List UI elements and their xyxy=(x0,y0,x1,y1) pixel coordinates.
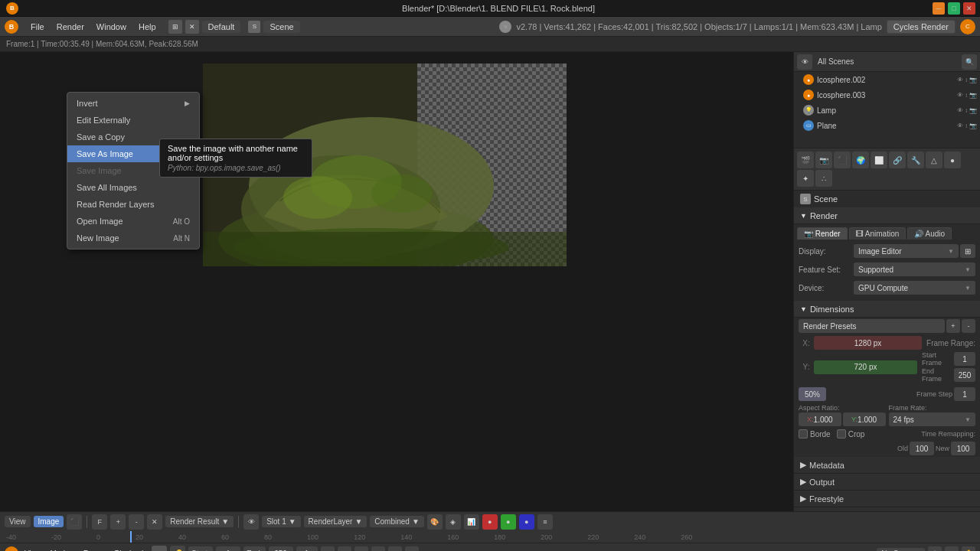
aspect-x-field[interactable]: X: 1.000 xyxy=(799,412,841,426)
frame-step-field[interactable]: 1 xyxy=(954,387,975,401)
vb-toggle-icon[interactable]: ◈ xyxy=(446,514,461,530)
tc-end-field[interactable]: 250 xyxy=(269,546,293,551)
close-button[interactable]: ✕ xyxy=(963,2,975,15)
menu-help[interactable]: Help xyxy=(132,21,162,33)
vb-render-btn-red[interactable]: ● xyxy=(482,514,498,530)
dimensions-section-header[interactable]: ▼ Dimensions xyxy=(794,301,980,318)
tc-jump-start[interactable]: ⏮ xyxy=(321,546,335,551)
render-icon-3[interactable]: 📷 xyxy=(969,107,977,114)
vis-icon-4[interactable]: 👁 xyxy=(957,122,963,129)
output-section[interactable]: ▶ Output xyxy=(794,474,980,491)
prop-world-icon[interactable]: 🌍 xyxy=(852,152,869,168)
vb-icon-2[interactable]: F xyxy=(92,514,107,530)
res-x-field[interactable]: 1280 px xyxy=(814,336,922,350)
prop-layer-icon[interactable]: ⬛ xyxy=(834,152,851,168)
render-section-header[interactable]: ▼ Render xyxy=(794,207,980,224)
outliner-plane[interactable]: ▭ Plane 👁 ↕ 📷 xyxy=(794,118,980,133)
scene-dropdown[interactable]: Scene xyxy=(263,21,299,33)
prop-constraint-icon[interactable]: 🔗 xyxy=(889,152,906,168)
layout-btn-1[interactable]: ⊞ xyxy=(168,20,182,34)
vb-view[interactable]: View xyxy=(5,516,31,527)
menu-render[interactable]: Render xyxy=(51,21,90,33)
tc-extra[interactable]: ⊞ xyxy=(945,546,959,551)
prop-render-icon[interactable]: 📷 xyxy=(815,152,832,168)
start-frame-field[interactable]: 1 xyxy=(954,352,975,366)
prop-texture-icon[interactable]: ✦ xyxy=(797,170,814,187)
sel-icon-4[interactable]: ↕ xyxy=(965,122,968,129)
vb-icon-5[interactable]: ✕ xyxy=(147,514,162,530)
time-new-field[interactable]: 100 xyxy=(951,442,975,455)
tc-start-field[interactable]: 1 xyxy=(216,546,240,551)
tc-record-btn[interactable]: ⏺ xyxy=(152,546,167,551)
vb-icon-4[interactable]: - xyxy=(129,514,144,530)
prop-data-icon[interactable]: △ xyxy=(926,152,942,168)
prop-particle-icon[interactable]: ∴ xyxy=(815,170,832,187)
end-frame-field[interactable]: 250 xyxy=(954,368,975,382)
vb-channels-icon[interactable]: 🎨 xyxy=(427,514,443,530)
ctx-new-image[interactable]: New Image Alt N xyxy=(67,230,199,246)
vb-render-layer[interactable]: RenderLayer ▼ xyxy=(304,516,368,527)
display-ext-btn[interactable]: ⊞ xyxy=(960,244,975,258)
viewport[interactable]: Invert ▶ Edit Externally Save a Copy Sav… xyxy=(0,52,793,511)
prop-material-icon[interactable]: ● xyxy=(944,152,961,168)
tc-no-sync[interactable]: No Sync ▼ xyxy=(877,548,925,552)
ctx-edit-externally[interactable]: Edit Externally xyxy=(67,112,199,129)
menu-file[interactable]: File xyxy=(24,21,51,33)
res-y-field[interactable]: 720 px xyxy=(814,360,917,374)
vis-icon-3[interactable]: 👁 xyxy=(957,107,963,114)
border-cb[interactable] xyxy=(799,429,808,439)
ctx-save-all-images[interactable]: Save All Images xyxy=(67,179,199,196)
vb-render-result[interactable]: Render Result ▼ xyxy=(165,516,234,527)
prop-object-icon[interactable]: ⬜ xyxy=(871,152,887,168)
pct-field[interactable]: 50% xyxy=(799,387,826,401)
vb-view-icon[interactable]: 👁 xyxy=(243,514,259,530)
render-presets-field[interactable]: Render Presets xyxy=(799,319,945,333)
sampling-section[interactable]: ▶ Sampling xyxy=(794,507,980,511)
sel-icon-2[interactable]: ↕ xyxy=(965,92,968,99)
vb-render-btn-blue[interactable]: ● xyxy=(519,514,534,530)
tc-play[interactable]: ▶ xyxy=(371,546,385,551)
vb-combined[interactable]: Combined ▼ xyxy=(370,516,424,527)
sel-icon-1[interactable]: ↕ xyxy=(965,77,968,83)
tc-keyframe-btn[interactable]: 🔑 xyxy=(170,546,185,551)
vb-icon-1[interactable]: ⬛ xyxy=(67,514,82,530)
vb-render-btn-green[interactable]: ● xyxy=(501,514,516,530)
engine-dropdown[interactable]: Cycles Render xyxy=(887,20,956,34)
display-value[interactable]: Image Editor ▼ xyxy=(854,244,959,258)
render-icon-2[interactable]: 📷 xyxy=(969,92,977,99)
time-old-field[interactable]: 100 xyxy=(910,442,934,455)
presets-remove-btn[interactable]: - xyxy=(962,319,975,333)
outliner-lamp[interactable]: 💡 Lamp 👁 ↕ 📷 xyxy=(794,103,980,118)
tc-next-frame[interactable]: ▶ xyxy=(388,546,402,551)
vb-render-btn-alpha[interactable]: ≡ xyxy=(537,514,553,530)
vis-icon-1[interactable]: 👁 xyxy=(957,77,963,83)
layout-dropdown[interactable]: Default xyxy=(202,21,241,33)
maximize-button[interactable]: □ xyxy=(948,2,960,15)
aspect-y-field[interactable]: Y: 1.000 xyxy=(843,412,886,426)
ctx-invert[interactable]: Invert ▶ xyxy=(67,95,199,112)
menu-window[interactable]: Window xyxy=(90,21,132,33)
tc-jump-end[interactable]: ⏭ xyxy=(405,546,419,551)
vb-icon-3[interactable]: + xyxy=(110,514,126,530)
vb-slot[interactable]: Slot 1 ▼ xyxy=(262,516,300,527)
framerate-value[interactable]: 24 fps ▼ xyxy=(889,412,976,426)
crop-cb[interactable] xyxy=(837,429,846,439)
ctx-open-image[interactable]: Open Image Alt O xyxy=(67,213,199,230)
outliner-icosphere002[interactable]: ● Icosphere.002 👁 ↕ 📷 xyxy=(794,72,980,87)
vb-image[interactable]: Image xyxy=(34,516,64,527)
prop-modifier-icon[interactable]: 🔧 xyxy=(907,152,924,168)
freestyle-section[interactable]: ▶ Freestyle xyxy=(794,491,980,507)
ctx-read-render-layers[interactable]: Read Render Layers xyxy=(67,196,199,213)
vb-scope-icon[interactable]: 📊 xyxy=(464,514,479,530)
tab-render[interactable]: 📷 Render xyxy=(797,227,848,240)
outliner-view-btn[interactable]: 👁 xyxy=(797,54,812,70)
metadata-section[interactable]: ▶ Metadata xyxy=(794,457,980,474)
outliner-search-btn[interactable]: 🔍 xyxy=(962,54,977,70)
tc-settings[interactable]: ⚙ xyxy=(928,546,942,551)
tc-prev-frame[interactable]: ◀ xyxy=(338,546,351,551)
vis-icon-2[interactable]: 👁 xyxy=(957,92,963,99)
render-icon-4[interactable]: 📷 xyxy=(969,122,977,129)
layout-btn-2[interactable]: ✕ xyxy=(185,20,199,34)
prop-scene-icon[interactable]: 🎬 xyxy=(797,152,814,168)
crop-checkbox[interactable]: Crop xyxy=(837,429,865,439)
